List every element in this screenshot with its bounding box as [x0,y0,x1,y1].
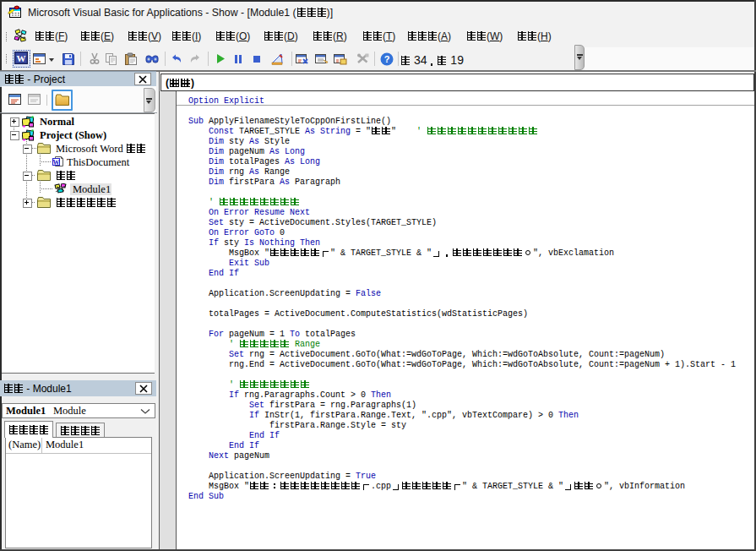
svg-text:W: W [53,159,60,166]
svg-text:W: W [17,53,26,63]
svg-text:?: ? [384,54,390,64]
